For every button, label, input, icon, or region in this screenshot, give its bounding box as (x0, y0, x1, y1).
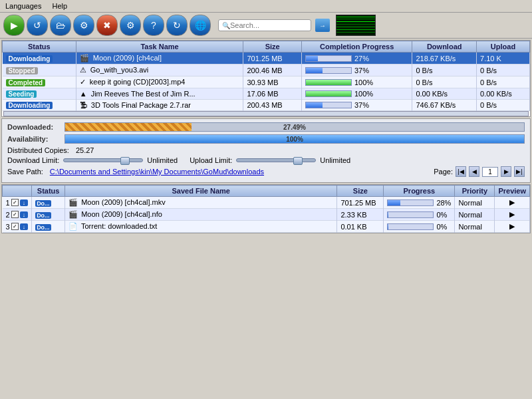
file-preview-cell[interactable]: ▶ (495, 221, 530, 233)
col-file-size: Size (337, 186, 384, 197)
file-icon: 🎬 (68, 210, 78, 218)
file-checkbox[interactable]: ✓ (11, 199, 19, 206)
files-table: Status Saved File Name Size Progress Pri… (2, 185, 530, 233)
stop-button[interactable]: ✖ (96, 15, 118, 36)
task-size-cell: 30.93 MB (243, 76, 301, 88)
download-limit-thumb[interactable] (120, 157, 130, 165)
file-progress-label: 28% (436, 199, 451, 207)
save-path-link[interactable]: C:\Documents and Settings\kin\My Documen… (50, 168, 264, 176)
page-label: Page: (434, 168, 453, 176)
task-row[interactable]: Stopped ⚠ Go_with_you3.avi 200.46 MB 37%… (3, 65, 530, 76)
task-progress-label: 27% (354, 55, 369, 63)
search-go-button[interactable]: → (315, 19, 330, 32)
refresh-button[interactable]: ↺ (27, 15, 48, 36)
col-progress: Completion Progress (301, 41, 412, 53)
page-last-button[interactable]: ▶| (514, 166, 525, 177)
page-next-button[interactable]: ▶ (501, 166, 511, 177)
file-row[interactable]: 1 ✓ ↓ Do... 🎬 Moon (2009) [ch4cal].mkv 7… (3, 197, 530, 209)
settings-button[interactable]: ⚙ (73, 15, 94, 36)
upload-limit-value: Unlimited (320, 156, 350, 164)
task-progress-label: 37% (354, 101, 369, 109)
file-checkbox[interactable]: ✓ (11, 223, 19, 230)
file-priority-cell: Normal (455, 221, 495, 233)
file-row-num: 1 (6, 199, 10, 207)
task-progress-bar (305, 79, 352, 86)
file-progress-bar (387, 211, 434, 218)
col-num (3, 186, 32, 197)
task-size-cell: 17.06 MB (243, 88, 301, 100)
file-size-cell: 0.01 KB (337, 221, 384, 233)
file-checkbox[interactable]: ✓ (11, 211, 19, 218)
task-name: Jim Reeves The Best of Jim R... (91, 90, 196, 98)
task-table-container: Status Task Name Size Completion Progres… (1, 40, 531, 117)
task-progress-bar (305, 90, 352, 97)
menu-help[interactable]: Help (49, 1, 70, 11)
task-name: keep it going (CD)[2003].mp4 (90, 78, 186, 86)
download-limit-slider[interactable] (63, 158, 143, 162)
col-taskname: Task Name (76, 41, 243, 53)
page-nav: Page: |◀ ◀ ▶ ▶| (434, 166, 525, 177)
file-status-cell: Do... (32, 221, 65, 233)
page-prev-button[interactable]: ◀ (469, 166, 479, 177)
resume-button[interactable]: ▶ (3, 15, 25, 36)
file-num-cell: 1 ✓ ↓ (3, 197, 32, 209)
open-button[interactable]: 🗁 (50, 15, 71, 36)
file-preview-cell[interactable]: ▶ (495, 209, 530, 221)
task-status-cell: Downloading (3, 53, 76, 65)
downloaded-label: Downloaded: (7, 123, 61, 131)
task-progress-cell: 100% (301, 76, 412, 88)
task-progress-cell: 37% (301, 65, 412, 76)
distributed-value: 25.27 (76, 146, 94, 154)
col-status: Status (3, 41, 76, 53)
file-status-cell: Do... (32, 197, 65, 209)
task-name: Go_with_you3.avi (90, 66, 148, 74)
task-status-cell: Stopped (3, 65, 76, 76)
file-row-num: 2 (6, 211, 10, 219)
search-box: 🔍 (218, 19, 311, 31)
reload-button[interactable]: ↻ (166, 15, 188, 36)
col-file-status: Status (32, 186, 65, 197)
file-num-cell: 2 ✓ ↓ (3, 209, 32, 221)
task-progress-cell: 27% (301, 53, 412, 65)
page-first-button[interactable]: |◀ (456, 166, 466, 177)
upload-limit-thumb[interactable] (293, 157, 303, 165)
file-row[interactable]: 3 ✓ ↓ Do... 📄 Torrent: downloaded.txt 0.… (3, 221, 530, 233)
task-row[interactable]: Downloading 🗜 3D Tools Final Package 2.7… (3, 100, 530, 111)
search-input[interactable] (230, 21, 303, 29)
status-badge: Seeding (6, 90, 37, 98)
task-upload-cell: 0.00 KB/s (477, 88, 530, 100)
task-row[interactable]: Seeding ▲ Jim Reeves The Best of Jim R..… (3, 88, 530, 100)
task-progress-cell: 100% (301, 88, 412, 100)
task-row[interactable]: Completed ✓ keep it going (CD)[2003].mp4… (3, 76, 530, 88)
col-size: Size (243, 41, 301, 53)
task-name: 3D Tools Final Package 2.7.rar (91, 101, 191, 109)
task-name-cell: 🗜 3D Tools Final Package 2.7.rar (76, 100, 243, 111)
downloaded-percent: 27.49% (65, 123, 524, 131)
task-scrollbar[interactable] (3, 111, 529, 116)
status-badge: Completed (6, 79, 46, 86)
task-upload-cell: 0 B/s (477, 76, 530, 88)
page-input[interactable] (482, 167, 498, 177)
download-limit-label: Download Limit: (7, 156, 59, 164)
help-button[interactable]: ? (143, 15, 164, 36)
task-table: Status Task Name Size Completion Progres… (2, 41, 530, 111)
file-preview-cell[interactable]: ▶ (495, 197, 530, 209)
network-button[interactable]: 🌐 (190, 15, 211, 36)
file-row-num: 3 (6, 223, 10, 231)
file-status-text: Do... (35, 200, 51, 207)
task-status-cell: Completed (3, 76, 76, 88)
task-row[interactable]: Downloading 🎬 Moon (2009) [ch4cal] 701.2… (3, 53, 530, 65)
task-upload-cell: 0 B/s (477, 65, 530, 76)
task-size-cell: 200.43 MB (243, 100, 301, 111)
task-size-cell: 701.25 MB (243, 53, 301, 65)
task-icon: 🗜 (80, 101, 87, 109)
task-progress-label: 100% (354, 78, 373, 86)
file-icon: 🎬 (68, 198, 78, 206)
file-row[interactable]: 2 ✓ ↓ Do... 🎬 Moon (2009) [ch4cal].nfo 2… (3, 209, 530, 221)
menu-languages[interactable]: Languages (3, 1, 44, 11)
upload-limit-slider[interactable] (236, 158, 316, 162)
task-table-header: Status Task Name Size Completion Progres… (3, 41, 530, 53)
file-name-cell: 🎬 Moon (2009) [ch4cal].nfo (65, 209, 337, 221)
task-progress-fill (306, 68, 323, 73)
prefs-button[interactable]: ⚙ (120, 15, 141, 36)
